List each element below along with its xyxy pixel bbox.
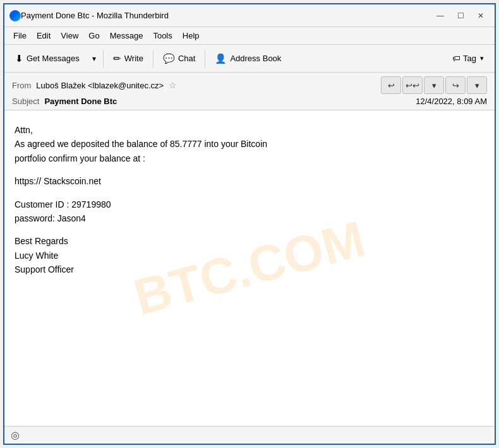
forward-dropdown-button[interactable]: ▾ [467, 76, 487, 94]
write-label: Write [124, 54, 143, 63]
from-left: From Luboš Blažek <lblazek@unitec.cz> ☆ [12, 80, 177, 90]
maximize-button[interactable]: ☐ [452, 9, 469, 23]
body-line-2: As agreed we deposited the balance of 85… [15, 137, 484, 151]
body-line-9: Support Officer [15, 262, 484, 276]
from-value: Luboš Blažek <lblazek@unitec.cz> [36, 81, 164, 90]
toolbar-divider-2 [153, 50, 153, 68]
tag-button[interactable]: 🏷 Tag ▾ [445, 48, 491, 69]
menu-tools[interactable]: Tools [148, 29, 177, 42]
chat-label: Chat [178, 54, 195, 63]
write-icon: ✏ [113, 53, 121, 64]
from-label: From [12, 81, 31, 90]
tag-dropdown-icon: ▾ [480, 54, 484, 62]
title-bar: Payment Done Btc - Mozilla Thunderbird —… [4, 4, 495, 27]
address-book-icon: 👤 [215, 53, 227, 64]
main-window: Payment Done Btc - Mozilla Thunderbird —… [3, 3, 496, 445]
reply-all-button[interactable]: ↩↩ [402, 76, 423, 94]
menu-file[interactable]: File [8, 29, 32, 42]
subject-value: Payment Done Btc [44, 97, 117, 106]
toolbar: ⬇ Get Messages ▾ ✏ Write 💬 Chat 👤 Addres… [4, 45, 495, 73]
chat-icon: 💬 [163, 53, 175, 64]
email-header: From Luboš Blažek <lblazek@unitec.cz> ☆ … [4, 73, 495, 110]
body-spacer-1 [15, 165, 484, 174]
toolbar-divider-1 [103, 50, 104, 68]
body-line-8: Lucy White [15, 249, 484, 262]
menu-edit[interactable]: Edit [32, 29, 56, 42]
get-messages-dropdown[interactable]: ▾ [88, 48, 100, 69]
body-line-5: Customer ID : 29719980 [15, 197, 484, 211]
tag-label: Tag [463, 54, 476, 63]
reply-dropdown-button[interactable]: ▾ [424, 76, 444, 94]
subject-label: Subject [12, 97, 39, 106]
get-messages-label: Get Messages [27, 54, 80, 63]
menu-view[interactable]: View [56, 29, 83, 42]
body-spacer-3 [15, 225, 484, 234]
email-body: BTC.COM Attn, As agreed we deposited the… [4, 110, 495, 426]
star-icon[interactable]: ☆ [169, 80, 177, 90]
menu-go[interactable]: Go [83, 29, 104, 42]
write-button[interactable]: ✏ Write [106, 48, 150, 69]
window-title: Payment Done Btc - Mozilla Thunderbird [21, 11, 431, 20]
chat-button[interactable]: 💬 Chat [156, 48, 202, 69]
tag-icon: 🏷 [452, 54, 460, 63]
subject-row: Subject Payment Done Btc 12/4/2022, 8:09… [12, 97, 487, 106]
body-line-3: portfolio confirm your balance at : [15, 151, 484, 165]
body-line-4: https:// Stackscoin.net [15, 174, 484, 188]
subject-left: Subject Payment Done Btc [12, 97, 117, 106]
status-bar: ◎ [4, 426, 495, 444]
close-button[interactable]: ✕ [472, 9, 490, 23]
minimize-button[interactable]: — [431, 9, 449, 23]
status-icon: ◎ [11, 429, 20, 441]
menu-message[interactable]: Message [105, 29, 148, 42]
menu-help[interactable]: Help [177, 29, 205, 42]
email-body-content: Attn, As agreed we deposited the balance… [15, 123, 484, 277]
app-icon [9, 10, 21, 21]
toolbar-divider-3 [205, 50, 205, 68]
body-line-6: password: Jason4 [15, 211, 484, 225]
body-line-7: Best Regards [15, 234, 484, 248]
menu-bar: File Edit View Go Message Tools Help [4, 27, 495, 45]
from-row: From Luboš Blažek <lblazek@unitec.cz> ☆ … [12, 76, 487, 94]
get-messages-icon: ⬇ [15, 53, 23, 64]
body-spacer-2 [15, 189, 484, 197]
window-controls: — ☐ ✕ [431, 9, 490, 23]
forward-button[interactable]: ↪ [445, 76, 466, 94]
get-messages-button[interactable]: ⬇ Get Messages [8, 48, 87, 69]
reply-buttons: ↩ ↩↩ ▾ ↪ ▾ [381, 76, 487, 94]
address-book-label: Address Book [230, 54, 281, 63]
email-date: 12/4/2022, 8:09 AM [416, 97, 487, 106]
address-book-button[interactable]: 👤 Address Book [208, 48, 288, 69]
reply-button[interactable]: ↩ [381, 76, 401, 94]
body-line-1: Attn, [15, 123, 484, 137]
